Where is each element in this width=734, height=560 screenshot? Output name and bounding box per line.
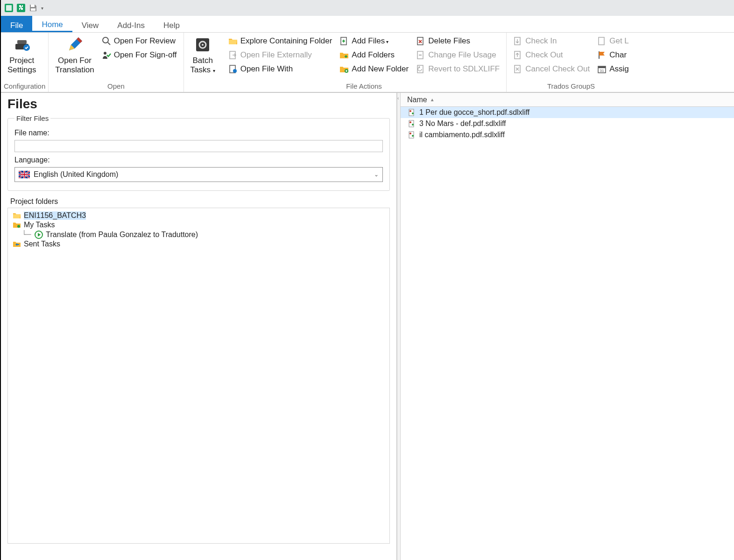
cancel-check-out-button[interactable]: Cancel Check Out (511, 63, 592, 75)
file-open-icon (228, 64, 238, 74)
project-settings-icon (13, 35, 31, 54)
puzzle-icon[interactable] (16, 3, 26, 13)
explore-containing-folder-button[interactable]: Explore Containing Folder (226, 35, 334, 47)
tab-addins[interactable]: Add-Ins (108, 16, 154, 32)
language-select[interactable]: English (United Kingdom) ⌄ (14, 167, 383, 182)
tab-view[interactable]: View (72, 16, 108, 32)
tree-item-label: Translate (from Paula Gonzalez to Tradut… (46, 231, 198, 239)
open-for-signoff-button[interactable]: Open For Sign-off (100, 49, 179, 61)
file-name-input[interactable] (14, 140, 383, 152)
open-file-with-button[interactable]: Open File With (226, 63, 334, 75)
flag-icon (597, 50, 607, 60)
get-icon (597, 36, 607, 46)
file-name: il cambiamento.pdf.sdlxliff (419, 131, 505, 139)
language-label: Language: (14, 156, 383, 164)
pencil-icon (65, 35, 84, 54)
open-file-externally-label: Open File Externally (240, 50, 312, 60)
left-panel: Files Filter Files File name: Language: … (1, 93, 397, 560)
tab-help[interactable]: Help (154, 16, 189, 32)
svg-point-16 (233, 69, 237, 73)
tasks-folder-icon (13, 221, 21, 229)
file-revert-icon (416, 64, 425, 74)
get-latest-button[interactable]: Get L (595, 35, 631, 47)
open-for-translation-button[interactable]: Open For Translation (51, 34, 98, 75)
svg-point-38 (412, 112, 414, 114)
open-file-externally-button[interactable]: Open File Externally (226, 49, 334, 61)
project-folders-label: Project folders (10, 197, 390, 206)
file-add-icon (339, 36, 349, 46)
list-item[interactable]: 3 No Mars - def.pdf.sdlxliff (401, 118, 734, 129)
check-in-button[interactable]: Check In (511, 35, 592, 47)
delete-files-button[interactable]: Delete Files (414, 35, 501, 47)
add-folders-button[interactable]: Add Folders (338, 49, 410, 61)
chevron-down-icon: ▾ (385, 39, 388, 44)
explore-containing-folder-label: Explore Containing Folder (240, 36, 332, 46)
svg-point-37 (409, 110, 411, 112)
tab-file[interactable]: File (1, 16, 32, 32)
tab-home[interactable]: Home (32, 16, 72, 32)
add-new-folder-button[interactable]: Add New Folder (338, 63, 410, 75)
file-list-header[interactable]: Name ▲ (401, 93, 734, 107)
open-for-review-label: Open For Review (114, 36, 176, 46)
change-file-usage-button[interactable]: Change File Usage (414, 49, 501, 61)
folder-open-icon (13, 211, 21, 220)
svg-rect-39 (409, 120, 414, 127)
project-folders-tree: ENI1156_BATCH3 My Tasks └─ Translate (fr… (7, 208, 390, 544)
column-name-header: Name (407, 96, 427, 104)
check-out-label: Check Out (525, 50, 563, 60)
cancel-checkout-icon (513, 64, 522, 74)
svg-rect-25 (599, 37, 604, 45)
tree-item-project-root[interactable]: ENI1156_BATCH3 (12, 211, 386, 220)
qat-dropdown-icon[interactable]: ▾ (40, 6, 43, 11)
folder-new-icon (339, 64, 349, 74)
checkout-icon (513, 50, 522, 60)
ribbon-group-groupshare: Check In Check Out Cancel Check Out Get … (507, 33, 635, 92)
list-item[interactable]: 1 Per due gocce_short.pdf.sdlxliff (401, 107, 734, 118)
sdlxliff-file-icon (408, 109, 416, 116)
cancel-check-out-label: Cancel Check Out (525, 64, 590, 74)
right-panel: Name ▲ 1 Per due gocce_short.pdf.sdlxlif… (401, 93, 734, 560)
open-for-review-button[interactable]: Open For Review (100, 35, 179, 47)
add-files-label: Add Files ▾ (352, 36, 388, 46)
tree-item-translate-task[interactable]: └─ Translate (from Paula Gonzalez to Tra… (12, 230, 386, 239)
ribbon-group-label-file-actions: File Actions (225, 81, 504, 92)
gear-box-icon (193, 35, 212, 54)
project-settings-button[interactable]: Project Settings (4, 34, 40, 75)
tree-item-sent-tasks[interactable]: Sent Tasks (12, 239, 386, 249)
calendar-icon: 31 (597, 64, 607, 74)
sort-asc-icon: ▲ (430, 97, 435, 102)
tree-item-my-tasks[interactable]: My Tasks (12, 220, 386, 230)
batch-tasks-button[interactable]: Batch Tasks ▾ (187, 34, 219, 75)
svg-rect-4 (31, 8, 35, 11)
language-value: English (United Kingdom) (34, 170, 118, 179)
tree-item-label: ENI1156_BATCH3 (24, 211, 86, 220)
check-out-button[interactable]: Check Out (511, 49, 592, 61)
open-for-signoff-label: Open For Sign-off (114, 50, 177, 60)
add-new-folder-label: Add New Folder (352, 64, 409, 74)
sdlxliff-file-icon (408, 120, 416, 127)
open-for-translation-label2: Translation (55, 65, 94, 75)
file-name: 1 Per due gocce_short.pdf.sdlxliff (419, 108, 529, 117)
ribbon-group-configuration: Project Settings Configuration (1, 33, 49, 92)
play-circle-icon (35, 231, 43, 239)
change-file-usage-label: Change File Usage (428, 50, 496, 60)
revert-to-sdlxliff-label: Revert to SDLXLIFF (428, 64, 500, 74)
folder-open-icon (228, 36, 238, 46)
assign-label: Assig (609, 64, 629, 74)
list-item[interactable]: il cambiamento.pdf.sdlxliff (401, 129, 734, 140)
ribbon-group-file-actions: Explore Containing Folder Open File Exte… (222, 33, 507, 92)
assign-button[interactable]: 31 Assig (595, 63, 631, 75)
revert-to-sdlxliff-button[interactable]: Revert to SDLXLIFF (414, 63, 501, 75)
ribbon-group-label-groupshare: Trados GroupS (509, 81, 633, 92)
add-files-button[interactable]: Add Files ▾ (338, 35, 410, 47)
svg-point-13 (202, 44, 204, 46)
panel-collapse-handle[interactable] (397, 93, 401, 560)
svg-point-34 (17, 225, 20, 228)
file-name-label: File name: (14, 129, 383, 137)
save-icon[interactable] (28, 3, 38, 13)
get-latest-label: Get L (609, 36, 629, 46)
svg-rect-6 (17, 40, 27, 44)
magnifier-icon (102, 36, 111, 46)
change-phase-button[interactable]: Char (595, 49, 631, 61)
sdlxliff-file-icon (408, 131, 416, 139)
